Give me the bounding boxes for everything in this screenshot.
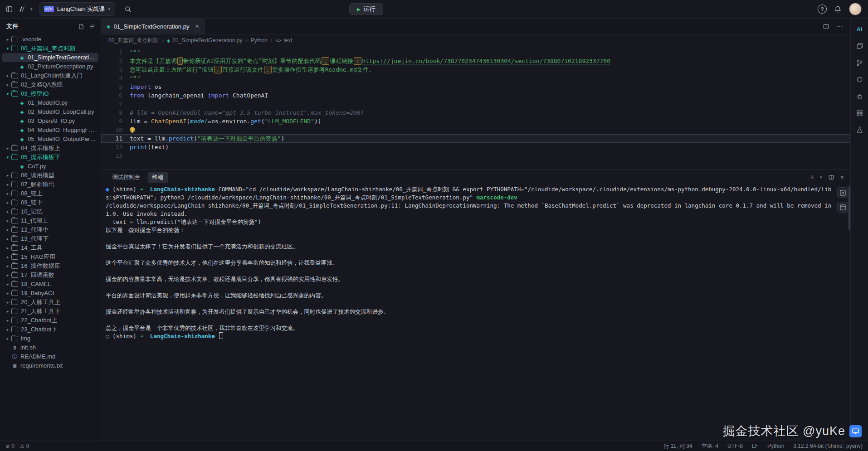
run-button[interactable]: ▶ 运行	[349, 3, 383, 15]
errors-indicator[interactable]: ⊗0	[5, 443, 15, 449]
code-line[interactable]: 5import os	[101, 82, 850, 91]
code-line[interactable]: 13	[101, 151, 850, 160]
tree-folder[interactable]: ▸12_代理中	[2, 225, 98, 234]
tree-folder[interactable]: ▸02_文档QA系统	[2, 80, 98, 89]
tree-folder[interactable]: ▸08_链上	[2, 189, 98, 198]
tree-folder[interactable]: ▸04_提示模板上	[2, 144, 98, 153]
tree-folder[interactable]: ▾03_模型IO	[2, 89, 98, 98]
ai-assistant-icon[interactable]: AI	[854, 24, 864, 34]
breadcrumb-item[interactable]: 00_开篇词_奇点时刻	[108, 37, 159, 44]
tree-folder[interactable]: ▸01_LangChain快速入门	[2, 71, 98, 80]
toggle-sidebar-icon[interactable]	[5, 5, 13, 13]
tree-folder[interactable]: ▸19_BabyAGI	[2, 289, 98, 298]
code-editor[interactable]: 1"""2本文件是【开篇词|带你亲证AI应用开发的“奇点”时刻】章节的配套代码，…	[101, 46, 850, 170]
code-line[interactable]: 4"""	[101, 74, 850, 82]
tree-folder[interactable]: ▸21_人脉工具下	[2, 307, 98, 316]
tree-folder[interactable]: ▸17_回调函数	[2, 271, 98, 280]
terminal-scrollbar[interactable]	[848, 186, 850, 230]
warnings-indicator[interactable]: ⚠0	[20, 443, 29, 449]
folder-icon	[11, 182, 18, 187]
close-panel-icon[interactable]: ×	[840, 174, 844, 181]
tree-file[interactable]: ◈02_ModelIO_LoopCall.py	[2, 107, 98, 116]
tree-folder[interactable]: ▸img	[2, 334, 98, 343]
search-icon[interactable]	[124, 5, 132, 13]
tree-folder[interactable]: ▸06_调用模型	[2, 171, 98, 180]
tree-file[interactable]: ⓘREADME.md	[2, 352, 98, 361]
new-terminal-icon[interactable]: +	[810, 173, 814, 181]
status-cursor-position[interactable]: 行 11, 列 34	[663, 442, 692, 450]
code-line[interactable]: 3您可以点击最上方的“运行”按钮，直接运行该文件；更多操作指引请参考Readme…	[101, 65, 850, 74]
status-indentation[interactable]: 空格: 4	[702, 442, 718, 450]
extensions-grid-icon[interactable]	[854, 108, 864, 118]
split-editor-icon[interactable]	[823, 23, 829, 30]
tree-file[interactable]: ◈03_OpenAI_IO.py	[2, 116, 98, 126]
tree-file[interactable]: ◈05_ModelIO_OutputParser.py	[2, 135, 98, 144]
sync-icon[interactable]	[854, 74, 864, 84]
tree-folder[interactable]: ▸09_链下	[2, 198, 98, 207]
more-actions-icon[interactable]: ⋯	[836, 22, 843, 31]
tree-file[interactable]: ◈01_ModelIO.py	[2, 98, 98, 107]
tab-close-icon[interactable]: ×	[195, 23, 199, 30]
line-number: 1	[101, 48, 130, 57]
tree-file[interactable]: ≣requirements.txt	[2, 361, 98, 370]
tree-folder[interactable]: ▾00_开篇词_奇点时刻	[2, 44, 98, 53]
tree-folder[interactable]: ▸14_工具	[2, 243, 98, 252]
tree-folder[interactable]: ▸07_解析输出	[2, 180, 98, 189]
tree-file[interactable]: ◈CoT.py	[2, 162, 98, 171]
code-line[interactable]: 6from langchain_openai import ChatOpenAI	[101, 91, 850, 100]
project-switcher[interactable]: </> LangChain 实战课 ▾	[39, 2, 115, 16]
status-language-mode[interactable]: Python	[767, 443, 784, 449]
status-eol[interactable]: LF	[752, 443, 758, 449]
status-python-interpreter[interactable]: 3.12.2 64-bit ('shims': pyenv)	[793, 443, 863, 449]
lightbulb-icon[interactable]	[130, 127, 135, 132]
code-line[interactable]: 8# llm = OpenAI(model_name="gpt-3.5-turb…	[101, 108, 850, 117]
help-icon[interactable]: ?	[818, 5, 827, 14]
user-avatar[interactable]	[849, 3, 862, 15]
collapse-folders-icon[interactable]	[89, 23, 96, 30]
open-editors-icon[interactable]	[837, 187, 848, 198]
breadcrumb-item[interactable]: Python	[251, 37, 268, 44]
logo-chevron-icon[interactable]: ▾	[30, 7, 33, 11]
tree-file[interactable]: ◈01_SimpleTextGeneration.py	[2, 53, 98, 62]
tree-folder[interactable]: ▸20_人脉工具上	[2, 298, 98, 307]
tree-folder[interactable]: ▸13_代理下	[2, 234, 98, 243]
code-line[interactable]: 2本文件是【开篇词|带你亲证AI应用开发的“奇点”时刻】章节的配套代码，课程链接…	[101, 57, 850, 65]
terminal-output[interactable]: ● (shims) ➜ LangChain-shizhanke COMMAND=…	[101, 184, 850, 441]
folder-icon	[11, 254, 18, 260]
tree-folder[interactable]: ▸18_CAMEL	[2, 280, 98, 289]
tree-folder[interactable]: ▸16_操作数据库	[2, 262, 98, 271]
split-terminal-icon[interactable]	[828, 174, 834, 180]
code-line[interactable]: 11text = llm.predict("请表达一下对掘金平台的赞扬")	[101, 134, 850, 143]
tree-folder[interactable]: ▸15_RAG应用	[2, 252, 98, 262]
code-line[interactable]: 7	[101, 100, 850, 108]
maximize-panel-icon[interactable]	[837, 202, 848, 213]
editor-tab-active[interactable]: ◈ 01_SimpleTextGeneration.py ×	[101, 19, 205, 34]
code-line[interactable]: 10	[101, 126, 850, 134]
tree-folder[interactable]: ▸.vscode	[2, 35, 98, 44]
tree-folder[interactable]: ▸23_Chatbot下	[2, 325, 98, 334]
status-encoding[interactable]: UTF-8	[727, 443, 743, 449]
tree-file[interactable]: ◈04_ModelIO_HuggingFace.py	[2, 126, 98, 135]
breadcrumb-item[interactable]: ◈01_SimpleTextGeneration.py	[167, 37, 243, 44]
breadcrumb-item[interactable]: <>text	[276, 37, 292, 44]
terminal-dropdown-icon[interactable]: ▾	[820, 175, 822, 179]
tree-file[interactable]: ◈02_PictureDescription.py	[2, 62, 98, 71]
beaker-icon[interactable]	[854, 125, 864, 135]
panel-tab-terminal[interactable]: 终端	[148, 172, 168, 183]
git-branch-icon[interactable]	[854, 58, 864, 68]
tree-folder[interactable]: ▸10_记忆	[2, 207, 98, 216]
new-file-icon[interactable]	[78, 23, 85, 30]
debug-icon[interactable]	[854, 91, 864, 101]
tree-folder[interactable]: ▸11_代理上	[2, 216, 98, 225]
file-tree[interactable]: ▸.vscode▾00_开篇词_奇点时刻◈01_SimpleTextGenera…	[0, 34, 101, 441]
code-line[interactable]: 12print(text)	[101, 143, 850, 151]
panel-tab-debug-console[interactable]: 调试控制台	[107, 172, 145, 183]
tree-folder[interactable]: ▾05_提示模板下	[2, 153, 98, 162]
code-line[interactable]: 9llm = ChatOpenAI(model=os.environ.get("…	[101, 117, 850, 126]
marscode-logo-icon[interactable]	[18, 5, 26, 13]
files-copy-icon[interactable]	[854, 41, 864, 51]
tree-folder[interactable]: ▸22_Chatbot上	[2, 316, 98, 325]
notifications-bell-icon[interactable]	[834, 5, 842, 13]
tree-file[interactable]: $init.sh	[2, 343, 98, 352]
code-line[interactable]: 1"""	[101, 48, 850, 57]
